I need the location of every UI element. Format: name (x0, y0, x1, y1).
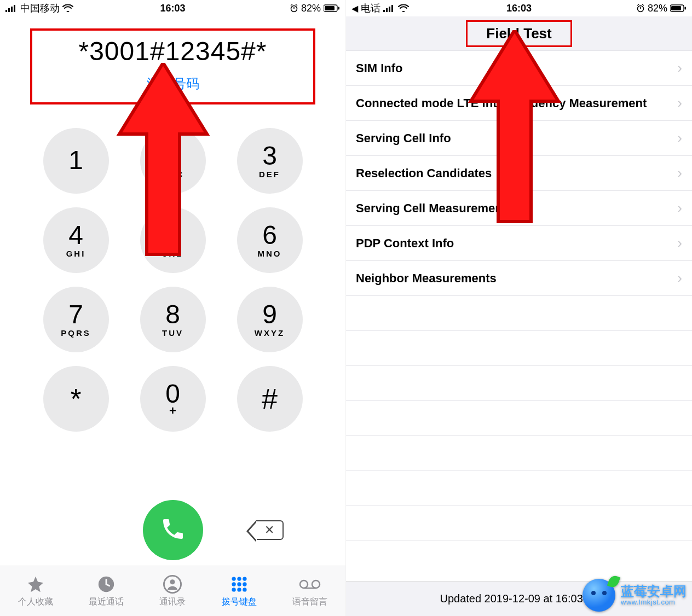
svg-point-13 (170, 579, 175, 584)
list-item[interactable]: Connected mode LTE Intrafrequency Measur… (346, 86, 692, 121)
dialer-screen: 中国移动 16:03 82% *3001#12345#* 添加号码 1 2ABC… (0, 0, 346, 616)
key-3[interactable]: 3DEF (237, 128, 303, 194)
person-icon (163, 574, 182, 594)
field-test-list: SIM Info› Connected mode LTE Intrafreque… (346, 50, 692, 541)
svg-point-23 (300, 580, 308, 588)
chevron-right-icon: › (677, 165, 682, 182)
watermark-url: www.lmkjst.com (621, 598, 687, 606)
tab-label: 语音留言 (292, 596, 327, 608)
svg-point-22 (243, 588, 246, 591)
watermark-title: 蓝莓安卓网 (621, 584, 687, 598)
title-highlight: Field Test (466, 20, 572, 47)
add-number-button[interactable]: 添加号码 (32, 75, 313, 92)
dial-entry-highlight: *3001#12345#* 添加号码 (30, 28, 315, 104)
list-item (346, 401, 692, 436)
dial-display: *3001#12345#* (32, 36, 313, 66)
key-5[interactable]: 5JKL (140, 207, 206, 273)
list-item[interactable]: PDP Context Info› (346, 226, 692, 261)
chevron-right-icon: › (677, 95, 682, 112)
clock-label: 16:03 (0, 3, 345, 14)
phone-icon (160, 516, 186, 544)
tab-contacts[interactable]: 通讯录 (159, 574, 186, 608)
clock-label: 16:03 (346, 3, 692, 14)
svg-point-14 (232, 577, 235, 580)
watermark-mascot-icon (583, 579, 615, 612)
tab-voicemail[interactable]: 语音留言 (292, 574, 327, 608)
call-button[interactable] (143, 500, 203, 560)
chevron-right-icon: › (677, 200, 682, 217)
chevron-right-icon: › (677, 270, 682, 287)
key-2[interactable]: 2ABC (140, 128, 206, 194)
chevron-right-icon: › (677, 130, 682, 147)
key-star[interactable]: * (43, 366, 109, 432)
key-7[interactable]: 7PQRS (43, 287, 109, 352)
key-0[interactable]: 0+ (140, 366, 206, 432)
svg-point-16 (243, 577, 246, 580)
tab-favorites[interactable]: 个人收藏 (18, 574, 53, 608)
tab-keypad[interactable]: 拨号键盘 (222, 574, 257, 608)
list-item (346, 436, 692, 471)
chevron-right-icon: › (677, 60, 682, 77)
key-8[interactable]: 8TUV (140, 287, 206, 352)
tab-recents[interactable]: 最近通话 (89, 574, 124, 608)
tab-label: 最近通话 (89, 596, 124, 608)
key-hash[interactable]: # (237, 366, 303, 432)
phone-tab-bar: 个人收藏 最近通话 通讯录 拨号键盘 语音留言 (0, 566, 345, 616)
svg-point-18 (237, 582, 241, 586)
chevron-right-icon: › (677, 235, 682, 252)
list-item (346, 506, 692, 541)
svg-point-15 (237, 577, 241, 580)
updated-label: Updated 2019-12-09 at 16:03:23 (440, 592, 598, 605)
tab-label: 拨号键盘 (222, 596, 257, 608)
status-bar-left: 中国移动 16:03 82% (0, 0, 345, 16)
svg-point-20 (232, 588, 235, 591)
dial-keypad: 1 2ABC 3DEF 4GHI 5JKL 6MNO 7PQRS 8TUV 9W… (0, 104, 345, 500)
keypad-icon (230, 574, 249, 594)
svg-point-17 (232, 582, 235, 586)
svg-point-21 (237, 588, 241, 591)
list-item[interactable]: Reselection Candidates› (346, 156, 692, 191)
page-title: Field Test (486, 25, 551, 42)
key-9[interactable]: 9WXYZ (237, 287, 303, 352)
tab-label: 个人收藏 (18, 596, 53, 608)
key-4[interactable]: 4GHI (43, 207, 109, 273)
status-bar-right: ◀ 电话 16:03 82% (346, 0, 692, 16)
list-item[interactable]: Serving Cell Measurements› (346, 191, 692, 226)
list-item[interactable]: Serving Cell Info› (346, 121, 692, 156)
backspace-button[interactable]: ✕ (256, 520, 284, 540)
svg-point-24 (312, 580, 320, 588)
key-1[interactable]: 1 (43, 128, 109, 194)
star-icon (26, 574, 45, 594)
list-item (346, 366, 692, 401)
watermark: 蓝莓安卓网 www.lmkjst.com (583, 579, 687, 612)
tab-label: 通讯录 (159, 596, 186, 608)
list-item (346, 296, 692, 331)
list-item[interactable]: SIM Info› (346, 51, 692, 86)
key-6[interactable]: 6MNO (237, 207, 303, 273)
field-test-screen: ◀ 电话 16:03 82% Field Test SIM Info› Con (346, 0, 692, 616)
svg-point-19 (243, 582, 246, 586)
list-item[interactable]: Neighbor Measurements› (346, 261, 692, 296)
list-item (346, 471, 692, 506)
list-item (346, 331, 692, 366)
backspace-icon: ✕ (256, 520, 284, 540)
voicemail-icon (299, 574, 321, 594)
clock-icon (97, 574, 116, 594)
nav-header: Field Test (346, 16, 692, 50)
